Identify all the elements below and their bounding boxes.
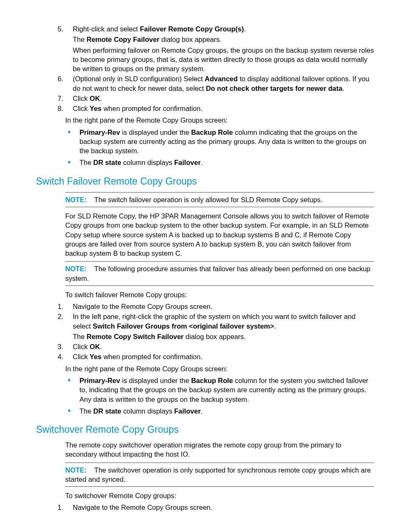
list-item: Primary-Rev is displayed under the Backu… <box>65 376 374 404</box>
step-7: Click OK. <box>65 94 374 103</box>
step-1: Navigate to the Remote Copy Groups scree… <box>65 503 374 512</box>
note-label: NOTE: <box>65 265 87 272</box>
note-block: NOTE:The switchover operation is only su… <box>65 463 374 487</box>
step-sub: The Remote Copy Failover dialog box appe… <box>73 35 374 44</box>
step-text: . <box>244 25 246 33</box>
failover-steps-continued: Right-click and select Failover Remote C… <box>36 24 374 113</box>
list-item: The DR state column displays Failover. <box>65 158 374 167</box>
switch-result-bullets: Primary-Rev is displayed under the Backu… <box>36 376 374 416</box>
list-item: Primary-Rev is displayed under the Backu… <box>65 128 374 156</box>
step-4: Click Yes when prompted for confirmation… <box>65 352 374 361</box>
note-label: NOTE: <box>65 466 87 474</box>
paragraph: For SLD Remote Copy, the HP 3PAR Managem… <box>65 211 374 258</box>
failover-result-bullets: Primary-Rev is displayed under the Backu… <box>36 128 374 167</box>
note-text: The switchover operation is only support… <box>65 466 371 483</box>
step-8: Click Yes when prompted for confirmation… <box>65 104 374 113</box>
paragraph: The remote copy switchover operation mig… <box>65 440 374 459</box>
step-2: In the left pane, right-click the graphi… <box>65 312 374 341</box>
step-1: Navigate to the Remote Copy Groups scree… <box>65 302 374 311</box>
paragraph: In the right pane of the Remote Copy Gro… <box>65 364 374 373</box>
note-text: The following procedure assumes that fai… <box>65 265 371 282</box>
note-block: NOTE:The switch failover operation is on… <box>65 192 374 207</box>
note-label: NOTE: <box>65 196 87 203</box>
bold-text: Failover Remote Copy Group(s) <box>140 25 243 33</box>
switch-failover-steps: Navigate to the Remote Copy Groups scree… <box>36 302 374 362</box>
step-sub: The Remote Copy Switch Failover dialog b… <box>73 332 374 341</box>
paragraph: To switch failover Remote Copy groups: <box>65 290 374 299</box>
list-item: The DR state column displays Failover. <box>65 406 374 416</box>
step-5: Right-click and select Failover Remote C… <box>65 24 374 73</box>
switchover-steps: Navigate to the Remote Copy Groups scree… <box>36 503 374 512</box>
step-3: Click OK. <box>65 342 374 351</box>
note-block: NOTE:The following procedure assumes tha… <box>65 261 374 286</box>
paragraph: In the right pane of the Remote Copy Gro… <box>65 116 374 125</box>
note-text: The switch failover operation is only al… <box>94 196 322 203</box>
heading-switchover: Switchover Remote Copy Groups <box>36 423 374 436</box>
step-sub: When performing failover on Remote Copy … <box>73 46 374 74</box>
paragraph: To switchover Remote Copy groups: <box>65 491 374 500</box>
heading-switch-failover: Switch Failover Remote Copy Groups <box>36 175 374 188</box>
step-text: Right-click and select <box>73 25 140 33</box>
step-6: (Optional only in SLD configuration) Sel… <box>65 74 374 93</box>
